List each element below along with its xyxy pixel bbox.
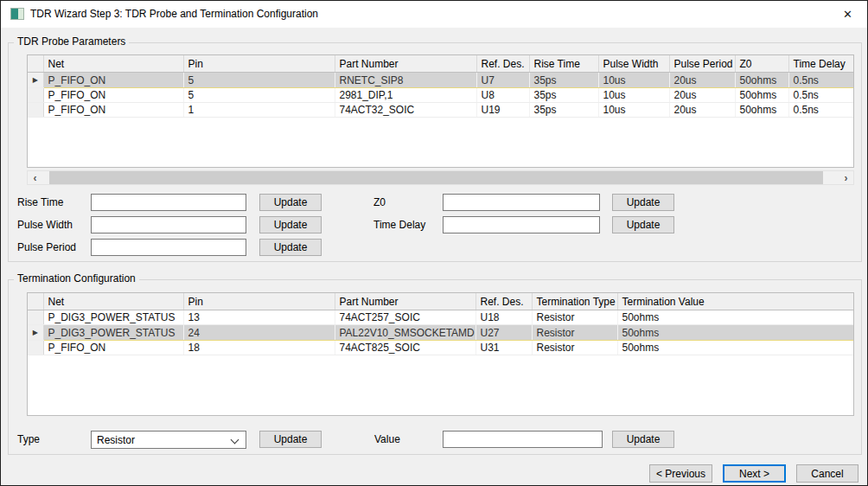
column-header-pulse-width[interactable]: Pulse Width (598, 55, 669, 73)
table-cell[interactable]: 0.5ns (788, 73, 853, 88)
column-header-net[interactable]: Net (43, 293, 183, 310)
table-cell[interactable]: U27 (475, 325, 532, 341)
table-cell[interactable]: 50ohms (617, 325, 853, 341)
table-cell[interactable]: P_FIFO_ON (43, 73, 183, 88)
table-cell[interactable]: 35ps (529, 73, 598, 88)
table-cell[interactable]: 20us (669, 88, 735, 103)
column-header-ref-des[interactable]: Ref. Des. (475, 293, 532, 310)
pulse-period-input[interactable] (91, 239, 246, 256)
pulse-width-update-button[interactable]: Update (259, 216, 322, 233)
table-cell[interactable]: 0.5ns (788, 88, 853, 103)
row-selector[interactable] (28, 103, 43, 118)
scrollbar-thumb[interactable] (49, 171, 823, 184)
table-row[interactable]: P_FIFO_ON 1 74ACT32_SOIC U19 35ps 10us 2… (28, 103, 853, 118)
table-cell[interactable]: 10us (598, 73, 669, 88)
table-cell[interactable]: 10us (598, 88, 669, 103)
value-update-button[interactable]: Update (612, 431, 674, 448)
table-row[interactable]: ▶ P_DIG3_POWER_STATUS 24 PAL22V10_SMSOCK… (28, 325, 853, 341)
table-cell[interactable]: 18 (183, 341, 335, 355)
table-cell[interactable]: U7 (476, 73, 529, 88)
scroll-left-button[interactable]: ‹ (28, 171, 42, 184)
time-delay-input[interactable] (443, 216, 600, 233)
table-cell[interactable]: Resistor (532, 310, 617, 325)
pulse-period-update-button[interactable]: Update (259, 239, 322, 256)
table-cell[interactable]: U31 (475, 341, 532, 355)
rise-time-label: Rise Time (17, 194, 63, 211)
scroll-right-button[interactable]: › (839, 171, 853, 184)
table-cell[interactable]: U19 (476, 103, 529, 118)
table-cell[interactable]: PAL22V10_SMSOCKETAMD (335, 325, 475, 341)
table-cell[interactable]: 2981_DIP,1 (335, 88, 476, 103)
column-header-termination-type[interactable]: Termination Type (532, 293, 617, 310)
column-header-rise-time[interactable]: Rise Time (529, 55, 598, 73)
row-marker-icon: ▶ (33, 76, 38, 84)
column-header-part-number[interactable]: Part Number (335, 55, 476, 73)
column-header-time-delay[interactable]: Time Delay (788, 55, 853, 73)
column-header-net[interactable]: Net (43, 55, 183, 73)
table-cell[interactable]: 20us (669, 103, 735, 118)
table-cell[interactable]: 50ohms (617, 341, 853, 355)
pulse-width-input[interactable] (91, 216, 246, 233)
table-row[interactable]: P_DIG3_POWER_STATUS 13 74ACT257_SOIC U18… (28, 310, 853, 325)
previous-button[interactable]: < Previous (649, 464, 712, 483)
row-selector[interactable]: ▶ (28, 325, 43, 341)
table-cell[interactable]: 50ohms (735, 103, 788, 118)
type-update-button[interactable]: Update (259, 431, 322, 448)
table-cell[interactable]: 0.5ns (788, 103, 853, 118)
horizontal-scrollbar[interactable]: ‹ › (27, 170, 854, 185)
time-delay-update-button[interactable]: Update (612, 216, 674, 233)
column-header-z0[interactable]: Z0 (735, 55, 788, 73)
table-cell[interactable]: P_DIG3_POWER_STATUS (43, 325, 183, 341)
table-row[interactable]: P_FIFO_ON 5 2981_DIP,1 U8 35ps 10us 20us… (28, 88, 853, 103)
table-row[interactable]: P_FIFO_ON 18 74ACT825_SOIC U31 Resistor … (28, 341, 853, 355)
table-cell[interactable]: 50ohms (735, 73, 788, 88)
row-selector[interactable] (28, 88, 43, 103)
rise-time-input[interactable] (91, 194, 246, 211)
scrollbar-track[interactable] (42, 171, 839, 184)
value-input[interactable] (443, 431, 603, 448)
column-header-pin[interactable]: Pin (183, 55, 335, 73)
column-header-pin[interactable]: Pin (183, 293, 335, 310)
rise-time-update-button[interactable]: Update (259, 194, 322, 211)
table-cell[interactable]: 35ps (529, 103, 598, 118)
table-cell[interactable]: 50ohms (617, 310, 853, 325)
table-cell[interactable]: P_FIFO_ON (43, 341, 183, 355)
cancel-button[interactable]: Cancel (796, 464, 858, 483)
column-header-pulse-period[interactable]: Pulse Period (669, 55, 735, 73)
close-button[interactable]: ✕ (828, 1, 867, 27)
table-cell[interactable]: 50ohms (735, 88, 788, 103)
column-header-part-number[interactable]: Part Number (335, 293, 475, 310)
table-cell[interactable]: Resistor (532, 341, 617, 355)
table-cell[interactable]: 10us (598, 103, 669, 118)
scroll-left-icon: ‹ (34, 172, 37, 184)
z0-input[interactable] (443, 194, 600, 211)
column-header-termination-value[interactable]: Termination Value (617, 293, 853, 310)
table-cell[interactable]: 20us (669, 73, 735, 88)
column-header-ref-des[interactable]: Ref. Des. (476, 55, 529, 73)
table-cell[interactable]: P_DIG3_POWER_STATUS (43, 310, 183, 325)
table-cell[interactable]: 74ACT825_SOIC (335, 341, 475, 355)
table-cell[interactable]: 74ACT32_SOIC (335, 103, 476, 118)
table-row[interactable]: ▶ P_FIFO_ON 5 RNETC_SIP8 U7 35ps 10us 20… (28, 73, 853, 88)
termination-table: Net Pin Part Number Ref. Des. Terminatio… (27, 292, 854, 416)
table-cell[interactable]: Resistor (532, 325, 617, 341)
table-cell[interactable]: U18 (475, 310, 532, 325)
table-cell[interactable]: 74ACT257_SOIC (335, 310, 475, 325)
table-cell[interactable]: P_FIFO_ON (43, 103, 183, 118)
row-selector[interactable] (28, 310, 43, 325)
table-cell[interactable]: 24 (183, 325, 335, 341)
type-select[interactable]: Resistor (91, 431, 246, 449)
next-button[interactable]: Next > (723, 464, 786, 483)
table-cell[interactable]: 35ps (529, 88, 598, 103)
row-selector[interactable]: ▶ (28, 73, 43, 88)
table-cell[interactable]: 5 (183, 73, 335, 88)
table-cell[interactable]: RNETC_SIP8 (335, 73, 476, 88)
table-cell[interactable]: 13 (183, 310, 335, 325)
termination-group-title: Termination Configuration (14, 272, 139, 285)
z0-update-button[interactable]: Update (612, 194, 674, 211)
table-cell[interactable]: U8 (476, 88, 529, 103)
table-cell[interactable]: 1 (183, 103, 335, 118)
table-cell[interactable]: 5 (183, 88, 335, 103)
row-selector[interactable] (28, 341, 43, 355)
table-cell[interactable]: P_FIFO_ON (43, 88, 183, 103)
